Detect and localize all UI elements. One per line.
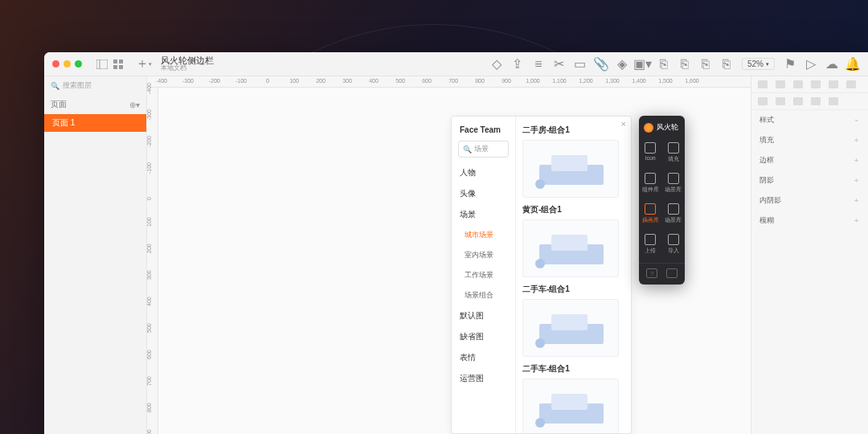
pages-label: 页面 (51, 99, 67, 110)
cut-icon[interactable]: ✂ (554, 59, 565, 70)
titlebar: ＋▾ 风火轮侧边栏 本地文档 ◇ ⇪ ≡ ✂ ▭ 📎 ◈ ▣▾ ⎘ ⎘ ⎘ ⎘ … (44, 52, 868, 76)
zoom-control[interactable]: 52%▾ (742, 58, 775, 70)
pages-header: 页面 ⊕▾ (44, 95, 146, 114)
ruler-tick: 1,400 (632, 78, 646, 84)
library-card[interactable] (522, 219, 619, 277)
library-category[interactable]: 工作场景 (452, 265, 515, 285)
crop-icon[interactable]: ▣▾ (637, 59, 649, 70)
rotate-icon[interactable] (829, 97, 838, 105)
plugin-tool-icon[interactable]: icon (639, 137, 662, 168)
plugin-tool-场景库[interactable]: 场景库 (662, 168, 686, 199)
plugin-tool-组件库[interactable]: 组件库 (639, 168, 662, 199)
plugin-tool-场景库[interactable]: 场景库 (662, 199, 686, 229)
align-top-icon[interactable] (811, 80, 821, 88)
distribute-tools (751, 93, 868, 110)
library-close-icon[interactable]: × (621, 119, 626, 129)
link2-icon[interactable]: ⎘ (679, 59, 690, 70)
library-panel: × Face Team 🔍 场景 人物头像场景城市场景室内场景工作场景场景组合默… (451, 116, 632, 434)
layer-search[interactable]: 🔍 搜索图层 (44, 76, 146, 95)
link4-icon[interactable]: ⎘ (721, 59, 732, 70)
maximize-window[interactable] (75, 60, 82, 68)
sidebar-toggle-icon[interactable] (96, 59, 108, 70)
close-window[interactable] (52, 60, 59, 68)
bell-icon[interactable]: 🔔 (847, 59, 858, 70)
ruler-tick: -400 (156, 78, 167, 84)
minimize-window[interactable] (63, 60, 71, 68)
group-icon[interactable]: ▭ (575, 59, 586, 70)
align-left-icon[interactable] (758, 80, 768, 88)
flip-v-icon[interactable] (811, 97, 821, 105)
add-page-icon[interactable]: ⊕▾ (129, 100, 140, 109)
play-icon[interactable]: ▷ (805, 59, 817, 70)
ruler-tick: 200 (146, 229, 152, 253)
ruler-tick: 1,100 (552, 78, 567, 84)
library-category[interactable]: 头像 (452, 183, 515, 204)
link3-icon[interactable]: ⎘ (700, 59, 711, 70)
library-category[interactable]: 城市场景 (452, 225, 515, 245)
library-category[interactable]: 运营图 (452, 368, 515, 389)
library-category[interactable]: 人物 (452, 162, 515, 183)
ruler-tick: 1,200 (579, 78, 593, 84)
canvas-area: -400-300-200-100010020030040050060070080… (147, 76, 751, 434)
library-card[interactable] (522, 299, 619, 357)
inspector-section[interactable]: 模糊＋ (751, 211, 868, 231)
flag-icon[interactable]: ⚑ (784, 59, 796, 70)
cloud-icon[interactable]: ☁ (826, 59, 837, 70)
inspector-section[interactable]: 填充＋ (751, 130, 868, 150)
add-icon[interactable]: ＋▾ (138, 59, 149, 70)
style-section[interactable]: 样式⌄ (751, 110, 868, 130)
ruler-tick: 300 (146, 256, 152, 280)
search-placeholder: 搜索图层 (63, 80, 92, 91)
ruler-tick: 800 (475, 78, 485, 84)
plugin-tool-icon (645, 203, 656, 215)
library-category[interactable]: 室内场景 (452, 245, 515, 265)
inspector-section[interactable]: 边框＋ (751, 150, 868, 170)
library-category[interactable]: 表情 (452, 347, 515, 368)
flip-h-icon[interactable] (793, 97, 803, 105)
page-item-1[interactable]: 页面 1 (44, 114, 146, 132)
library-category[interactable]: 场景组合 (452, 285, 515, 305)
align-middle-icon[interactable] (829, 80, 838, 88)
inspector-section[interactable]: 内阴影＋ (751, 190, 868, 211)
ruler-tick: 900 (146, 415, 152, 434)
align-bottom-icon[interactable] (846, 80, 856, 88)
grid-toggle-icon[interactable] (113, 59, 124, 70)
plugin-tool-填充[interactable]: 填充 (662, 137, 686, 168)
plugin-tool-icon (645, 142, 656, 154)
svg-rect-3 (119, 59, 123, 63)
tool-icon[interactable]: ◇ (491, 59, 502, 70)
plugin-tool-icon (668, 203, 679, 215)
library-category[interactable]: 缺省图 (452, 326, 515, 347)
plugin-header: 风火轮 (639, 121, 685, 137)
component-icon[interactable]: ◈ (616, 59, 628, 70)
library-card[interactable] (522, 379, 619, 433)
ruler-tick: 700 (146, 362, 152, 386)
dist-v-icon[interactable] (776, 97, 785, 105)
library-content: 二手房-组合1黄页-组合1二手车-组合1二手车-组合1 (516, 117, 631, 433)
search-icon: 🔍 (463, 145, 472, 154)
plugin-tool-插画库[interactable]: 插画库 (639, 199, 662, 229)
attach-icon[interactable]: 📎 (596, 59, 607, 70)
dist-h-icon[interactable] (758, 97, 768, 105)
ruler-tick: 1,600 (685, 78, 699, 84)
library-category[interactable]: 场景 (452, 204, 515, 225)
left-panel: 🔍 搜索图层 页面 ⊕▾ 页面 1 (44, 76, 147, 434)
inspector-section[interactable]: 阴影＋ (751, 170, 868, 190)
align-icon[interactable]: ≡ (533, 59, 544, 70)
library-card[interactable] (522, 140, 619, 198)
library-card-title: 二手房-组合1 (522, 125, 624, 136)
link1-icon[interactable]: ⎘ (658, 59, 669, 70)
library-category[interactable]: 默认图 (452, 305, 515, 326)
right-panel: 样式⌄ 填充＋边框＋阴影＋内阴影＋模糊＋ (751, 76, 868, 434)
align-right-icon[interactable] (793, 80, 803, 88)
export-icon[interactable]: ⇪ (512, 59, 523, 70)
align-center-icon[interactable] (776, 80, 785, 88)
ruler-tick: 500 (146, 309, 152, 333)
plugin-tool-上传[interactable]: 上传 (639, 229, 662, 260)
plugin-tool-导入[interactable]: 导入 (662, 229, 686, 260)
doc-title-block: 风火轮侧边栏 本地文档 (161, 55, 214, 72)
plugin-help-icon[interactable]: ? (646, 268, 657, 278)
plugin-tool-icon (645, 173, 656, 184)
library-search[interactable]: 🔍 场景 (458, 141, 509, 158)
plugin-screen-icon[interactable] (666, 268, 678, 278)
